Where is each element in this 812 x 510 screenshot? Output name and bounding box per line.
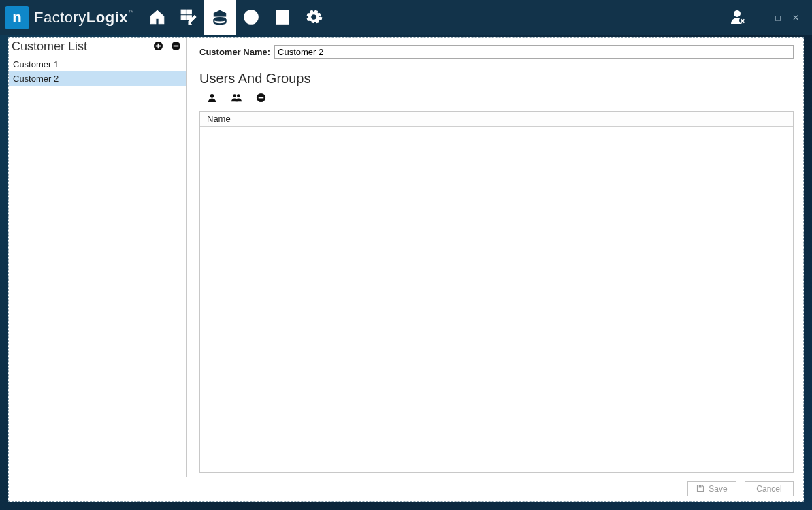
footer: Save Cancel: [9, 477, 803, 501]
remove-customer-button[interactable]: [169, 40, 182, 54]
customer-sidebar: Customer List Customer 1 Customer 2: [9, 38, 187, 477]
close-button[interactable]: ✕: [790, 13, 801, 22]
grid-body[interactable]: [200, 127, 793, 472]
customer-name-label: Customer Name:: [199, 47, 270, 57]
svg-point-7: [734, 10, 741, 17]
maximize-button[interactable]: ◻: [773, 13, 783, 22]
window-controls: – ◻ ✕: [755, 13, 805, 22]
detail-panel: Customer Name: Users And Groups: [187, 38, 803, 477]
svg-point-11: [210, 94, 214, 98]
client-area: Customer List Customer 1 Customer 2: [8, 37, 804, 502]
client-body: Customer List Customer 1 Customer 2: [9, 38, 803, 477]
brand-suffix: Logix: [86, 9, 128, 26]
title-bar: n FactoryLogix™: [0, 0, 812, 35]
svg-rect-1: [186, 10, 191, 14]
app-window: n FactoryLogix™: [0, 0, 812, 510]
nav-sync-button[interactable]: [236, 0, 267, 35]
list-item[interactable]: Customer 1: [9, 57, 186, 71]
nav-grid-button[interactable]: [173, 0, 204, 35]
box-db-icon: [211, 8, 229, 28]
user-menu-button[interactable]: [730, 9, 747, 27]
titlebar-right: – ◻ ✕: [730, 9, 805, 27]
nav-data-button[interactable]: [204, 0, 236, 35]
plus-circle-icon: [153, 41, 163, 53]
nav-settings-button[interactable]: [298, 0, 329, 35]
sidebar-title: Customer List: [12, 39, 147, 54]
svg-rect-2: [181, 15, 186, 20]
main-toolbar: [142, 0, 329, 35]
nav-home-button[interactable]: [142, 0, 173, 35]
svg-rect-15: [699, 485, 702, 487]
users-groups-toolbar: [199, 89, 794, 111]
minus-circle-icon: [171, 41, 181, 53]
svg-point-4: [214, 17, 225, 20]
svg-rect-0: [181, 10, 186, 14]
minus-circle-icon: [256, 93, 266, 105]
list-item[interactable]: Customer 2: [9, 71, 186, 86]
globe-arrows-icon: [242, 8, 260, 28]
customer-name-input[interactable]: [274, 45, 794, 59]
brand-text: FactoryLogix™: [34, 9, 135, 27]
cancel-button-label: Cancel: [756, 484, 781, 494]
person-icon: [207, 93, 217, 105]
group-icon: [231, 93, 242, 105]
brand-trademark: ™: [128, 9, 135, 16]
svg-point-12: [233, 94, 236, 97]
brand: n FactoryLogix™: [0, 0, 135, 35]
remove-user-group-button[interactable]: [254, 92, 267, 106]
save-button[interactable]: Save: [687, 481, 736, 496]
nav-report-button[interactable]: [267, 0, 298, 35]
user-icon: [730, 17, 747, 27]
brand-prefix: Factory: [34, 9, 86, 26]
document-icon: [274, 8, 291, 28]
grid-column-header[interactable]: Name: [200, 112, 793, 127]
minimize-button[interactable]: –: [755, 13, 766, 22]
sidebar-header: Customer List: [9, 38, 186, 57]
add-customer-button[interactable]: [151, 40, 165, 54]
customer-list: Customer 1 Customer 2: [9, 57, 186, 477]
add-user-button[interactable]: [205, 92, 218, 106]
brand-logo-icon: n: [5, 6, 29, 29]
svg-point-13: [236, 94, 240, 97]
customer-name-row: Customer Name:: [199, 45, 794, 59]
users-groups-title: Users And Groups: [199, 71, 794, 86]
home-icon: [148, 8, 166, 28]
grid-edit-icon: [180, 8, 197, 28]
cancel-button[interactable]: Cancel: [745, 481, 794, 496]
users-groups-grid: Name: [199, 111, 794, 473]
save-icon: [696, 484, 704, 494]
add-group-button[interactable]: [229, 92, 243, 106]
gear-icon: [305, 8, 323, 28]
save-button-label: Save: [709, 484, 727, 494]
